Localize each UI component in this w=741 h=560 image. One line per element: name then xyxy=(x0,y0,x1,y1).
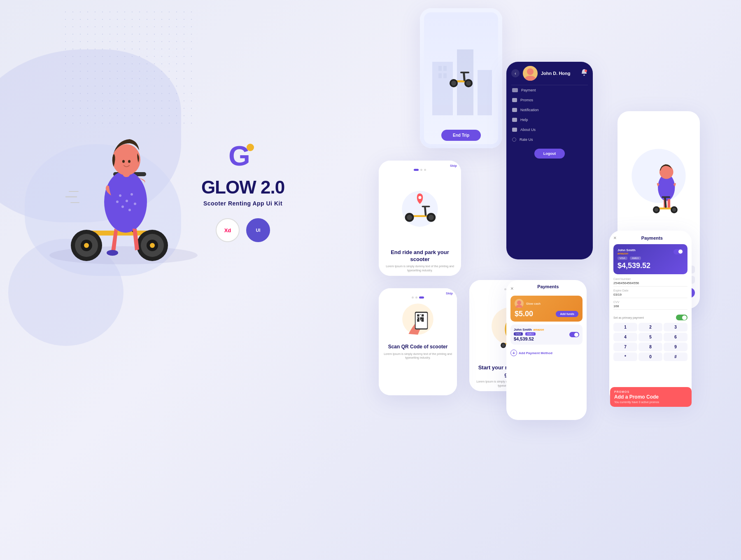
promo-desc: You currently have 0 active promos xyxy=(614,401,687,404)
numpad-1[interactable]: 1 xyxy=(613,323,637,331)
numpad-5[interactable]: 5 xyxy=(638,333,662,341)
svg-rect-32 xyxy=(478,70,492,115)
numpad-9[interactable]: 9 xyxy=(664,343,687,351)
pd-user-info: John Smith amazon xyxy=(618,248,636,255)
help-icon xyxy=(512,118,517,122)
pd-card-types: VISA AMEX xyxy=(618,257,683,260)
svg-point-14 xyxy=(126,200,128,202)
card-number-field: Card Number 25464564564556 xyxy=(613,278,687,287)
pd-amount: $4,539.52 xyxy=(618,261,683,270)
numpad-8[interactable]: 8 xyxy=(638,343,662,351)
pd-toggle[interactable] xyxy=(673,249,683,254)
notification-dot xyxy=(585,70,587,72)
payment-icon xyxy=(512,88,518,92)
phone-qr: Skip xyxy=(379,288,457,395)
phone-payment-detail: × Payments John Smith amazon VISA AMEX $… xyxy=(609,231,692,404)
svg-rect-72 xyxy=(418,318,419,319)
svg-point-13 xyxy=(119,194,121,197)
svg-point-15 xyxy=(130,193,133,196)
pd-user-name: John Smith xyxy=(618,248,636,252)
svg-point-90 xyxy=(672,208,676,212)
brand-subtitle: Scooter Renting App Ui Kit xyxy=(193,200,292,207)
numpad-7[interactable]: 7 xyxy=(613,343,637,351)
notification-icon[interactable] xyxy=(580,69,588,78)
numpad-4[interactable]: 4 xyxy=(613,333,637,341)
card-type-badge: VISA xyxy=(514,332,523,336)
pd-card-big: John Smith amazon VISA AMEX $4,539.52 xyxy=(613,244,687,274)
svg-rect-80 xyxy=(583,75,585,76)
back-arrow[interactable]: ‹ xyxy=(511,69,520,77)
svg-rect-85 xyxy=(668,199,671,208)
svg-rect-76 xyxy=(422,320,424,322)
qr-illustration xyxy=(383,299,453,340)
menu-item-promos[interactable]: Promos xyxy=(506,95,593,105)
menu-item-notification[interactable]: Notification xyxy=(506,105,593,115)
card-number-value: 25464564564556 xyxy=(613,281,687,287)
card-toggle[interactable] xyxy=(569,332,579,337)
screen-desc-qr: Lorem Ipsum is simply dummy text of the … xyxy=(383,352,453,360)
end-trip-button[interactable]: End Trip xyxy=(441,130,481,141)
phones-area: End Trip Skip xyxy=(329,0,741,560)
svg-point-7 xyxy=(150,243,155,248)
numpad: 1 2 3 4 5 6 7 8 9 * 0 # xyxy=(613,323,687,361)
menu-item-about[interactable]: About Us xyxy=(506,125,593,135)
svg-rect-35 xyxy=(438,73,442,78)
ui-badge: UI xyxy=(246,218,270,242)
menu-item-rate[interactable]: Rate Us xyxy=(506,135,593,145)
menu-item-payment[interactable]: Payment xyxy=(506,85,593,95)
card-type-badge-2: AMEX xyxy=(525,332,536,336)
svg-text:G: G xyxy=(228,140,250,171)
promos-icon xyxy=(512,98,517,102)
logout-button[interactable]: Logout xyxy=(534,149,565,159)
glow-cash-amount: $5.00 xyxy=(515,310,533,318)
phone-menu: ‹ John D. Hong xyxy=(506,62,593,259)
payment-header: × Payments xyxy=(510,284,583,292)
notification-menu-icon xyxy=(512,108,517,112)
svg-rect-77 xyxy=(420,320,421,320)
numpad-3[interactable]: 3 xyxy=(664,323,687,331)
svg-point-93 xyxy=(517,301,521,305)
numpad-6[interactable]: 6 xyxy=(664,333,687,341)
primary-toggle[interactable] xyxy=(676,315,687,320)
payment-title-small: Payments xyxy=(514,284,583,289)
card-meta: VISA AMEX xyxy=(514,332,544,336)
tool-badges: Xd UI xyxy=(193,218,292,242)
about-icon xyxy=(512,128,517,132)
skip-text-1[interactable]: Skip xyxy=(450,164,457,168)
numpad-hash[interactable]: # xyxy=(664,352,687,361)
set-primary-label: Set as primary payment xyxy=(613,316,644,319)
add-funds-button[interactable]: Add funds xyxy=(556,311,578,317)
svg-point-62 xyxy=(502,344,505,347)
payment-close-btn[interactable]: × xyxy=(510,285,514,292)
svg-point-41 xyxy=(466,81,471,86)
phone-qr-inner: Skip xyxy=(379,288,457,395)
expiry-field: Expire Date 03/19 xyxy=(613,289,687,298)
svg-point-19 xyxy=(134,203,136,205)
phone-menu-inner: ‹ John D. Hong xyxy=(506,62,593,259)
promo-label: PROMOS xyxy=(614,390,687,393)
add-payment-btn[interactable]: + Add Payment Method xyxy=(510,347,583,359)
card-name: John Smith xyxy=(514,328,532,331)
phone-payment-small-inner: × Payments Glow cash $5.00 Ad xyxy=(506,280,587,420)
svg-rect-66 xyxy=(417,314,419,316)
brand-logo: G xyxy=(226,140,259,173)
cvv-field: CVV 168 xyxy=(613,301,687,310)
svg-point-81 xyxy=(631,149,685,203)
svg-point-18 xyxy=(116,201,119,203)
promo-card-section: PROMOS Add a Promo Code You currently ha… xyxy=(610,387,692,407)
numpad-2[interactable]: 2 xyxy=(638,323,662,331)
promo-card: PROMOS Add a Promo Code You currently ha… xyxy=(610,387,692,407)
phone-onboarding-1: Skip xyxy=(379,161,461,276)
svg-point-43 xyxy=(451,81,456,86)
numpad-star[interactable]: * xyxy=(613,352,637,361)
skip-text-qr[interactable]: Skip xyxy=(446,292,453,295)
svg-point-23 xyxy=(128,160,130,163)
screen-title-qr: Scan QR Code of scooter xyxy=(383,344,453,350)
phone-payment-detail-inner: × Payments John Smith amazon VISA AMEX $… xyxy=(609,231,692,404)
pd-close-btn[interactable]: × xyxy=(613,235,617,241)
phone-payment-small: × Payments Glow cash $5.00 Ad xyxy=(506,280,587,420)
numpad-0[interactable]: 0 xyxy=(638,352,662,361)
cvv-label: CVV xyxy=(613,301,687,303)
menu-item-help[interactable]: Help xyxy=(506,115,593,125)
brand-title: GLOW 2.0 xyxy=(193,177,292,198)
